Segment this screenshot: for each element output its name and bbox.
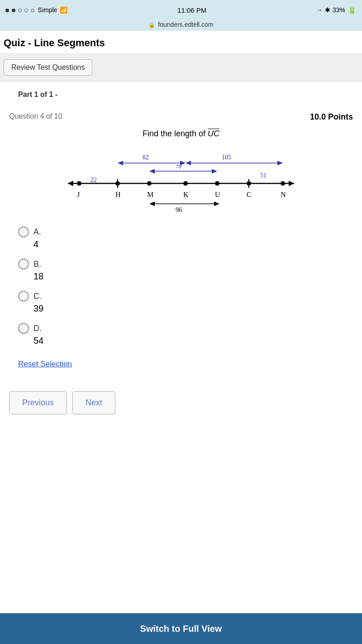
svg-marker-2 [289,181,294,186]
review-test-questions-button[interactable]: Review Test Questions [4,59,92,76]
signal-dots [5,6,35,14]
answer-value-b: 18 [33,271,344,282]
svg-marker-34 [149,202,155,206]
radio-a[interactable] [18,226,29,237]
svg-marker-26 [277,161,283,165]
page-header: Quiz - Line Segments [0,31,362,54]
svg-text:N: N [281,191,286,198]
svg-marker-29 [149,169,155,173]
answer-option-a[interactable]: A. 4 [18,226,344,250]
number-line-diagram: J H M K U C N 22 82 105 78 [5,149,357,213]
battery-icon: 🔋 [348,6,357,14]
location-icon: → [316,6,323,14]
answer-letter-b: B. [33,260,41,269]
question-number: Question 4 of 10 [9,112,62,120]
carrier-label: Simple [38,6,57,14]
part-label: Part 1 of 1 - [18,91,357,99]
question-text: Find the length of UC [5,129,357,139]
svg-text:22: 22 [90,177,97,183]
radio-d[interactable] [18,323,29,334]
bluetooth-icon: ✱ [325,6,330,14]
svg-text:J: J [77,191,80,198]
segment-label: UC [208,129,219,138]
status-bar: Simple 📶 11:06 PM → ✱ 33% 🔋 [0,0,362,20]
switch-full-view-bar[interactable]: Switch to Full View [0,613,362,644]
svg-point-6 [147,181,152,186]
svg-point-3 [77,181,81,186]
next-button[interactable]: Next [72,391,115,414]
answer-option-d[interactable]: D. 54 [18,323,344,346]
svg-text:78: 78 [176,163,182,170]
svg-text:51: 51 [260,172,267,179]
answer-option-c[interactable]: C. 39 [18,291,344,314]
nav-buttons: Previous Next [5,382,357,423]
svg-text:U: U [215,191,220,198]
radio-b[interactable] [18,259,29,269]
previous-button[interactable]: Previous [9,391,67,414]
svg-text:H: H [115,191,121,198]
answer-choices: A. 4 B. 18 C. 39 D. 54 Reset Sele [5,226,357,369]
lock-icon: 🔒 [148,22,155,28]
svg-text:105: 105 [222,154,231,161]
status-time: 11:06 PM [177,6,206,14]
answer-value-c: 39 [33,303,344,314]
svg-marker-21 [118,161,123,165]
main-content: Part 1 of 1 - Question 4 of 10 10.0 Poin… [0,82,362,433]
address-bar: 🔒 founders.edtell.com [0,20,362,31]
status-right: → ✱ 33% 🔋 [316,6,357,14]
answer-option-b[interactable]: B. 18 [18,259,344,282]
url-label: founders.edtell.com [158,21,213,28]
question-points: 10.0 Points [310,112,353,122]
battery-percent: 33% [333,6,345,14]
svg-marker-30 [212,169,217,173]
svg-text:82: 82 [143,154,149,161]
svg-marker-25 [186,161,191,165]
svg-text:C: C [247,191,252,198]
toolbar: Review Test Questions [0,54,362,82]
svg-point-11 [281,181,285,186]
answer-letter-c: C. [33,292,42,301]
svg-text:96: 96 [176,207,182,213]
answer-letter-d: D. [33,324,42,333]
reset-selection-link[interactable]: Reset Selection [18,360,72,369]
status-left: Simple 📶 [5,6,67,14]
answer-value-d: 54 [33,336,344,346]
svg-point-8 [215,181,219,186]
svg-text:M: M [147,191,153,198]
page-title: Quiz - Line Segments [4,37,358,49]
answer-value-a: 4 [33,239,344,250]
svg-point-7 [183,181,188,186]
question-header: Question 4 of 10 10.0 Points [5,112,357,122]
svg-marker-35 [214,202,219,206]
svg-marker-1 [68,181,73,186]
radio-c[interactable] [18,291,29,302]
svg-text:K: K [183,191,189,198]
wifi-icon: 📶 [60,6,67,14]
switch-full-view-label: Switch to Full View [140,624,222,634]
answer-letter-a: A. [33,227,41,237]
